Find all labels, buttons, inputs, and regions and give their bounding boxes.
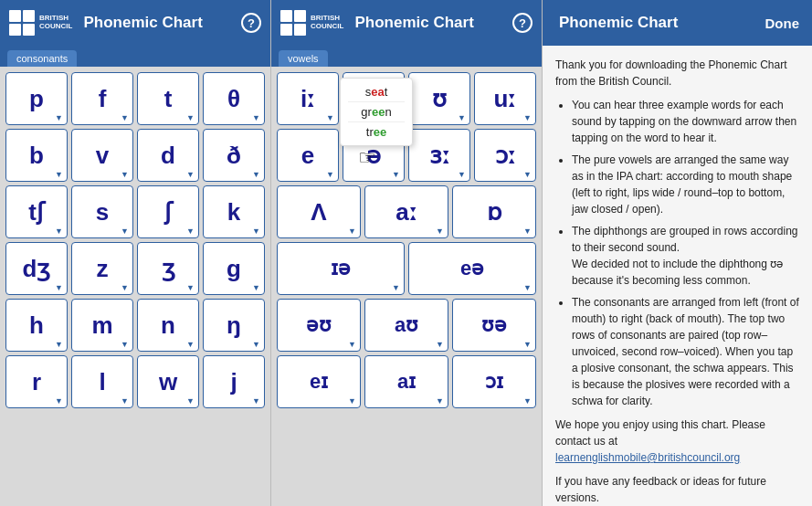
phoneme-p[interactable]: p▼ bbox=[5, 72, 68, 125]
vowel-row-3: Λ▼ aː▼ ɒ▼ bbox=[277, 185, 536, 238]
popup-highlight-green: ee bbox=[372, 105, 385, 119]
header-middle: BRITISHCOUNCIL Phonemic Chart ? bbox=[271, 0, 542, 46]
vowels-panel: BRITISHCOUNCIL Phonemic Chart ? vowels i… bbox=[271, 0, 543, 506]
consonant-row-6: r▼ l▼ w▼ j▼ bbox=[5, 355, 265, 408]
phoneme-l[interactable]: l▼ bbox=[71, 355, 133, 408]
popup-highlight-tree: ee bbox=[374, 125, 386, 139]
phoneme-v[interactable]: v▼ bbox=[71, 129, 133, 182]
logo-sq-m1 bbox=[280, 10, 292, 22]
phoneme-ou[interactable]: əʊ▼ bbox=[277, 299, 361, 352]
logo-text-middle: BRITISHCOUNCIL bbox=[311, 15, 343, 31]
header-title-right: Phonemic Chart bbox=[559, 14, 765, 32]
logo-sq-4 bbox=[23, 24, 35, 36]
logo-left: BRITISHCOUNCIL bbox=[9, 10, 72, 36]
consonant-row-3: tʃ▼ s▼ ʃ▼ k▼ bbox=[5, 185, 265, 238]
bullet-list: You can hear three example words for eac… bbox=[555, 97, 799, 409]
phoneme-ii[interactable]: iː▼ bbox=[277, 72, 339, 125]
phoneme-dz[interactable]: dʒ▼ bbox=[5, 242, 68, 295]
logo-sq-2 bbox=[23, 10, 35, 22]
phoneme-s[interactable]: s▼ bbox=[71, 185, 133, 238]
diphthong-row-2: əʊ▼ aʊ▼ ʊə▼ bbox=[277, 299, 536, 352]
help-button-left[interactable]: ? bbox=[241, 13, 261, 33]
phoneme-t[interactable]: t▼ bbox=[137, 72, 199, 125]
popup-word-tree[interactable]: tree bbox=[348, 122, 405, 142]
phoneme-eth[interactable]: ð▼ bbox=[203, 129, 265, 182]
phoneme-uu[interactable]: uː▼ bbox=[474, 72, 536, 125]
phoneme-b[interactable]: b▼ bbox=[5, 129, 68, 182]
phoneme-au[interactable]: aʊ▼ bbox=[364, 299, 448, 352]
consonant-row-5: h▼ m▼ n▼ ŋ▼ bbox=[5, 299, 265, 352]
tab-bar-middle: vowels bbox=[271, 46, 542, 67]
diphthong-row-1: ɪə▼ eə▼ bbox=[277, 242, 536, 295]
phoneme-theta[interactable]: θ▼ bbox=[203, 72, 265, 125]
popup-word-green[interactable]: green bbox=[348, 102, 405, 122]
logo-sq-m3 bbox=[280, 24, 292, 36]
phoneme-e[interactable]: e▼ bbox=[277, 129, 339, 182]
logo-squares-left bbox=[9, 10, 35, 36]
popup-highlight-seat: ea bbox=[371, 85, 384, 99]
phoneme-ia[interactable]: ɪə▼ bbox=[277, 242, 405, 295]
phoneme-j[interactable]: j▼ bbox=[203, 355, 265, 408]
info-panel: Phonemic Chart Done Thank you for downlo… bbox=[543, 0, 812, 506]
phoneme-n[interactable]: n▼ bbox=[137, 299, 199, 352]
phoneme-ai[interactable]: aɪ▼ bbox=[364, 355, 448, 408]
phoneme-ei[interactable]: eɪ▼ bbox=[277, 355, 361, 408]
phoneme-lambda[interactable]: Λ▼ bbox=[277, 185, 361, 238]
phoneme-d[interactable]: ɒ▼ bbox=[452, 185, 536, 238]
phoneme-oi[interactable]: ɔɪ▼ bbox=[452, 355, 536, 408]
phoneme-d[interactable]: d▼ bbox=[137, 129, 199, 182]
phoneme-f[interactable]: f▼ bbox=[71, 72, 133, 125]
phoneme-w[interactable]: w▼ bbox=[137, 355, 199, 408]
bullet-2: The pure vowels are arranged the same wa… bbox=[572, 152, 799, 217]
phoneme-or[interactable]: ɔː▼ bbox=[474, 129, 536, 182]
consonant-row-2: b▼ v▼ d▼ ð▼ bbox=[5, 129, 265, 182]
phoneme-g[interactable]: g▼ bbox=[203, 242, 265, 295]
consonant-row-4: dʒ▼ z▼ ʒ▼ g▼ bbox=[5, 242, 265, 295]
phoneme-er[interactable]: ɜː▼ bbox=[408, 129, 470, 182]
bullet-4: The consonants are arranged from left (f… bbox=[572, 294, 799, 409]
header-right: Phonemic Chart Done bbox=[543, 0, 812, 46]
bullet-3: The diphthongs are grouped in rows accor… bbox=[572, 223, 799, 289]
header-title-middle: Phonemic Chart bbox=[354, 14, 512, 32]
tab-vowels[interactable]: vowels bbox=[279, 50, 328, 67]
done-button[interactable]: Done bbox=[765, 16, 800, 31]
phoneme-upsilon[interactable]: ʊ▼ bbox=[408, 72, 470, 125]
consonants-grid-container: p▼ f▼ t▼ θ▼ b▼ v▼ d▼ ð▼ tʃ▼ s▼ ʃ▼ k▼ dʒ▼… bbox=[0, 67, 270, 506]
popup-word-seat[interactable]: seat bbox=[348, 82, 405, 102]
header-title-left: Phonemic Chart bbox=[83, 14, 241, 32]
header-left: BRITISHCOUNCIL Phonemic Chart ? bbox=[0, 0, 270, 46]
phoneme-z[interactable]: z▼ bbox=[71, 242, 133, 295]
outro2-text: If you have any feedback or ideas for fu… bbox=[555, 473, 799, 506]
outro1-text: We hope you enjoy using this chart. Plea… bbox=[555, 418, 765, 448]
phoneme-sh[interactable]: ʃ▼ bbox=[137, 185, 199, 238]
logo-squares-middle bbox=[280, 10, 306, 36]
tab-bar-left: consonants bbox=[0, 46, 270, 67]
intro-text: Thank you for downloading the Phonemic C… bbox=[555, 57, 799, 90]
phoneme-k[interactable]: k▼ bbox=[203, 185, 265, 238]
phoneme-ar[interactable]: aː▼ bbox=[364, 185, 448, 238]
bullet-1: You can hear three example words for eac… bbox=[572, 97, 799, 146]
phoneme-r[interactable]: r▼ bbox=[5, 355, 68, 408]
word-popup: seat green tree bbox=[340, 78, 413, 146]
consonants-panel: BRITISHCOUNCIL Phonemic Chart ? consonan… bbox=[0, 0, 271, 506]
logo-sq-3 bbox=[9, 24, 21, 36]
logo-middle: BRITISHCOUNCIL bbox=[280, 10, 343, 36]
phoneme-ea[interactable]: eə▼ bbox=[408, 242, 536, 295]
diphthong-row-3: eɪ▼ aɪ▼ ɔɪ▼ bbox=[277, 355, 536, 408]
email-link[interactable]: learnenglishmobile@britishcouncil.org bbox=[555, 451, 740, 464]
phoneme-eng[interactable]: ŋ▼ bbox=[203, 299, 265, 352]
tab-consonants[interactable]: consonants bbox=[7, 50, 77, 67]
phoneme-m[interactable]: m▼ bbox=[71, 299, 133, 352]
phoneme-tsh[interactable]: tʃ▼ bbox=[5, 185, 68, 238]
outro-email-line: We hope you enjoy using this chart. Plea… bbox=[555, 416, 799, 466]
phoneme-h[interactable]: h▼ bbox=[5, 299, 68, 352]
phoneme-zh[interactable]: ʒ▼ bbox=[137, 242, 199, 295]
logo-sq-m4 bbox=[294, 24, 306, 36]
info-content: Thank you for downloading the Phonemic C… bbox=[543, 46, 812, 506]
logo-text-left: BRITISHCOUNCIL bbox=[39, 15, 72, 31]
logo-sq-m2 bbox=[294, 10, 306, 22]
phoneme-ua[interactable]: ʊə▼ bbox=[452, 299, 536, 352]
help-button-middle[interactable]: ? bbox=[512, 13, 533, 33]
consonant-row-1: p▼ f▼ t▼ θ▼ bbox=[5, 72, 265, 125]
logo-sq-1 bbox=[9, 10, 21, 22]
